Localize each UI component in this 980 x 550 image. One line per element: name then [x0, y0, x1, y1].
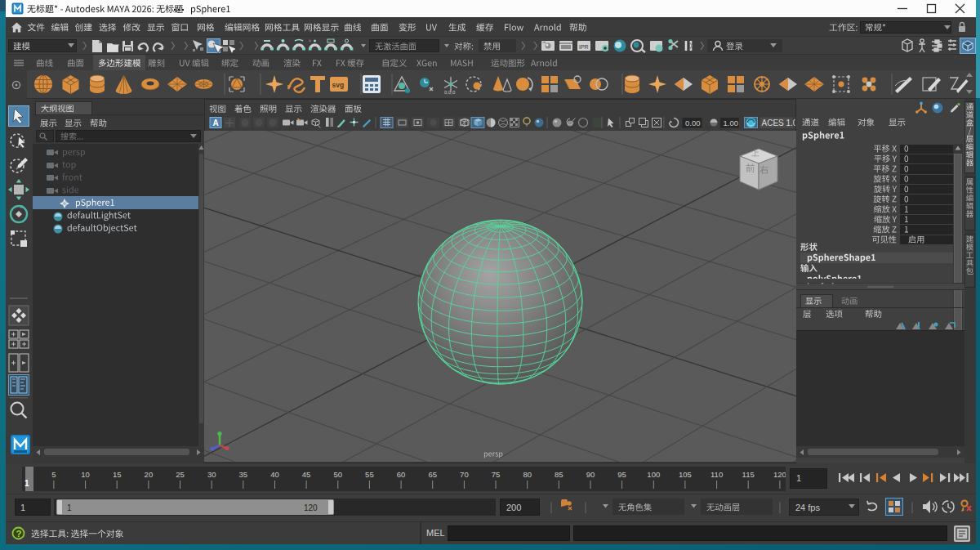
svg-text:70: 70	[460, 470, 469, 479]
svg-text:110: 110	[710, 470, 723, 479]
svg-text:95: 95	[617, 470, 626, 479]
svg-text:15: 15	[113, 470, 122, 479]
svg-text:0.00: 0.00	[685, 118, 701, 127]
svg-text:100: 100	[647, 470, 660, 479]
svg-text:25: 25	[176, 470, 185, 479]
svg-text:ACES 1.0: ACES 1.0	[762, 118, 796, 127]
svg-text:120: 120	[773, 470, 786, 479]
svg-text:35: 35	[239, 470, 248, 479]
svg-text:50: 50	[334, 470, 343, 479]
svg-text:20: 20	[145, 470, 154, 479]
svg-text:IPR: IPR	[579, 44, 589, 50]
svg-text:90: 90	[586, 470, 595, 479]
svg-text:A: A	[213, 118, 219, 127]
svg-text:80: 80	[523, 470, 532, 479]
svg-text:1.00: 1.00	[724, 118, 739, 127]
svg-text:30: 30	[207, 470, 216, 479]
svg-text:0,0,0: 0,0,0	[444, 90, 456, 95]
svg-text:45: 45	[302, 470, 311, 479]
svg-text:55: 55	[365, 470, 374, 479]
svg-text:60: 60	[397, 470, 406, 479]
svg-text:5: 5	[51, 470, 56, 479]
svg-text:105: 105	[679, 470, 692, 479]
svg-text:65: 65	[428, 470, 437, 479]
svg-text:?: ?	[16, 529, 21, 539]
svg-text:85: 85	[555, 470, 564, 479]
svg-text:10: 10	[81, 470, 90, 479]
svg-text:svg: svg	[332, 81, 345, 89]
svg-text:75: 75	[492, 470, 501, 479]
svg-text:115: 115	[742, 470, 755, 479]
svg-text:40: 40	[270, 470, 279, 479]
